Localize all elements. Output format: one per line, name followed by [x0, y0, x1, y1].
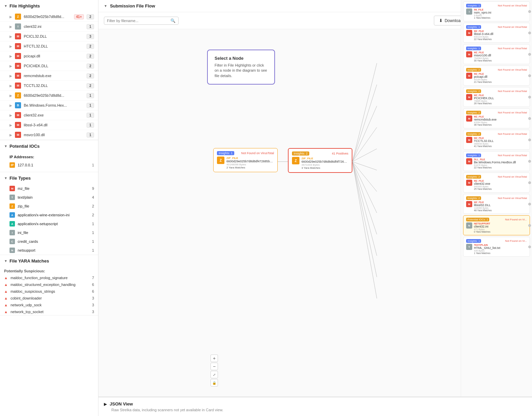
right-panel-node[interactable]: Insights: 2 Not Found on VirusTotal M MZ… [463, 66, 530, 86]
filter-input-wrap[interactable]: 🔍 [104, 17, 179, 25]
file-item[interactable]: ▶ M PCICL32.DLL 3 [0, 32, 98, 41]
yara-item[interactable]: ▲ network_udp_sock 3 [0, 302, 98, 308]
expand-icon[interactable]: ▶ [10, 133, 12, 137]
rp-status: Not Found on VirusTotal [498, 132, 527, 135]
potential-iocs-content: IP Addresses: IP 127.0.0.1 1 [0, 152, 98, 172]
file-item[interactable]: ▶ B Be.Windows.Forms.Hex... 1 [0, 101, 98, 110]
file-item[interactable]: ▶ M remcmdstub.exe 2 [0, 71, 98, 81]
lock-button[interactable]: 🔒 [210, 379, 218, 386]
filetype-count: 2 [92, 213, 94, 217]
rp-type: MZ_FILE [474, 180, 527, 182]
right-panel-node[interactable]: Insights: 1 Not Found on Vi... T TEXT/PL… [463, 237, 530, 257]
rp-size: 600104 Bytes [474, 36, 527, 38]
expand-icon[interactable]: ▶ [10, 123, 12, 127]
expand-icon[interactable]: ▶ [10, 64, 12, 68]
expand-icon[interactable]: ▶ [10, 15, 12, 19]
rp-type: MZ_FILE [474, 201, 527, 203]
yara-header[interactable]: ▼ File YARA Matches [0, 255, 98, 267]
yara-item[interactable]: ▲ maldoc_structured_exception_handling 6 [0, 281, 98, 288]
yara-name: network_udp_sock [11, 303, 89, 307]
file-highlights-header[interactable]: ▼ File Highlights [0, 0, 98, 12]
yara-item[interactable]: ▲ maldoc_suspicious_strings 6 [0, 288, 98, 295]
right-panel-node[interactable]: Insights: 1 Not Found on VirusTotal I IN… [463, 12, 530, 21]
filetype-item[interactable]: N netsupport 1 [0, 246, 98, 255]
expand-icon[interactable]: ▶ [10, 25, 12, 29]
expand-icon[interactable]: ▶ [10, 74, 12, 78]
flow-panel: ▼ Submission File Flow 🔍 ⬇ [98, 0, 532, 397]
filetype-item[interactable]: I ini_file 1 [0, 228, 98, 237]
node1-details: ZIP_FILE 6600d29e025b7d8d8df472685b9f800… [226, 157, 274, 169]
node1-icon: Z [217, 157, 224, 164]
rp-info: MZ_FILE remcmdstub.exe 42064 Bytes 36 Ya… [474, 115, 527, 126]
zoom-in-button[interactable]: + [210, 355, 218, 362]
file-item[interactable]: ▶ M msvcr100.dll 1 [0, 130, 98, 140]
file-type-icon: M [15, 112, 21, 118]
ioc-item[interactable]: IP 127.0.0.1 1 [4, 161, 94, 169]
file-badge-count: 2 [87, 73, 94, 78]
filetype-item[interactable]: M mz_file 9 [0, 184, 98, 193]
svg-line-11 [352, 162, 377, 277]
rp-connector-dot [528, 53, 531, 56]
zoom-out-button[interactable]: − [210, 363, 218, 370]
yara-name: maldoc_function_prolog_signature [11, 276, 89, 280]
right-panel-node[interactable]: Insights: 1 Not Found on VirusTotal M MZ… [463, 23, 530, 43]
filetype-item[interactable]: T text/plain 4 [0, 193, 98, 202]
expand-icon[interactable]: ▶ [10, 44, 12, 48]
file-name: client32.exe [24, 113, 84, 117]
right-panel-node[interactable]: Insights: 2 Not Found on VirusTotal M MZ… [463, 108, 530, 128]
file-item[interactable]: ▶ Z 6600d29e025b7d8d8d... 1 [0, 91, 98, 101]
expand-icon[interactable]: ▶ [10, 84, 12, 88]
file-highlights-section: ▼ File Highlights ▶ Z 6600d29e025b7d8d8d… [0, 0, 98, 140]
potential-iocs-header[interactable]: ▼ Potential IOCs [0, 140, 98, 152]
expand-icon[interactable]: ▶ [10, 113, 12, 117]
file-item[interactable]: ▶ I client32.ini 1 [0, 22, 98, 32]
fit-view-button[interactable]: ⤢ [210, 371, 218, 378]
file-item[interactable]: ▶ Z 6600d29e025b7d8d8d... 41+ 2 [0, 12, 98, 22]
expand-icon[interactable]: ▶ [10, 94, 12, 97]
file-item[interactable]: ▶ M pcicapi.dll 2 [0, 51, 98, 61]
flow-node-2[interactable]: Insights: 2 41 Positives Z ZIP_FILE 6600… [288, 148, 352, 173]
filetype-item[interactable]: C credit_cards 1 [0, 237, 98, 246]
rp-info: DLL_FILE Be.Windows.Forms.HexBox.dll 618… [474, 158, 527, 169]
rp-type: DLL_FILE [474, 158, 527, 161]
right-panel-node[interactable]: Potential IOCs: 1 Not Found on Vi... N N… [463, 215, 530, 235]
filetype-icon: A [10, 212, 15, 218]
yara-item[interactable]: ▲ network_tcp_socket 3 [0, 308, 98, 315]
flow-node-1[interactable]: Insights: 1 Not Found on VirusTotal Z ZI… [213, 148, 278, 172]
yara-item[interactable]: ▲ maldoc_function_prolog_signature 7 [0, 274, 98, 281]
right-panel-node[interactable]: Insights: 1 Not Found on VirusTotal M DL… [463, 151, 530, 171]
right-panel-node[interactable]: Insights: 2 Not Found on VirusTotal M MZ… [463, 130, 530, 150]
file-item[interactable]: ▶ M client32.exe 1 [0, 110, 98, 120]
yara-item[interactable]: ▲ cobint_downloader 3 [0, 295, 98, 302]
json-panel-header[interactable]: ▶ JSON View [104, 401, 527, 406]
right-panel-node[interactable]: Insights: 2 Not Found on VirusTotal M MZ… [463, 173, 530, 193]
node2-filename: 6600d29e025b7d8d8d6df4f72685b9f800e34182… [301, 160, 348, 163]
filetype-item[interactable]: A application/x-wine-extension-ini 2 [0, 211, 98, 219]
expand-icon[interactable]: ▶ [10, 35, 12, 38]
svg-line-8 [352, 162, 377, 213]
right-panel-node[interactable]: Insights: 2 Not Found on VirusTotal M MZ… [463, 87, 530, 107]
filetype-count: 1 [92, 231, 94, 235]
filetype-item[interactable]: Z zip_file 2 [0, 202, 98, 211]
svg-line-6 [352, 162, 377, 170]
svg-line-2 [352, 85, 377, 162]
rp-size: 9 Bytes [474, 14, 527, 17]
right-nodes-list: Insights: 1 Not Found on VirusTotal I IN… [461, 12, 532, 257]
file-types-header[interactable]: ▼ File Types [0, 172, 98, 184]
right-panel-node[interactable]: Insights: 2 Not Found on VirusTotal M MZ… [463, 194, 530, 214]
file-item[interactable]: ▶ M PCICHEK.DLL 2 [0, 61, 98, 71]
file-item[interactable]: ▶ M libssl-3-x64.dll 1 [0, 120, 98, 130]
rp-connector-dot [528, 96, 531, 98]
rp-size: 368648 Bytes [474, 143, 527, 145]
expand-icon[interactable]: ▶ [10, 54, 12, 58]
filetype-item[interactable]: A application/x-setupscript 1 [0, 219, 98, 228]
expand-icon[interactable]: ▶ [10, 104, 12, 107]
rp-insights: Insights: 2 [466, 89, 481, 93]
file-item[interactable]: ▶ M HTCTL32.DLL 2 [0, 41, 98, 51]
filter-input[interactable] [107, 19, 168, 23]
file-type-icon: M [15, 53, 21, 59]
file-item[interactable]: ▶ M TCCTL32.DLL 2 [0, 81, 98, 91]
node2-details: ZIP_FILE 6600d29e025b7d8d8d6df4f72685b9f… [301, 157, 348, 169]
right-panel-node[interactable]: Insights: 1 Not Found on VirusTotal M MZ… [463, 44, 530, 64]
node2-yara: 3 Yara Matches [301, 166, 348, 169]
